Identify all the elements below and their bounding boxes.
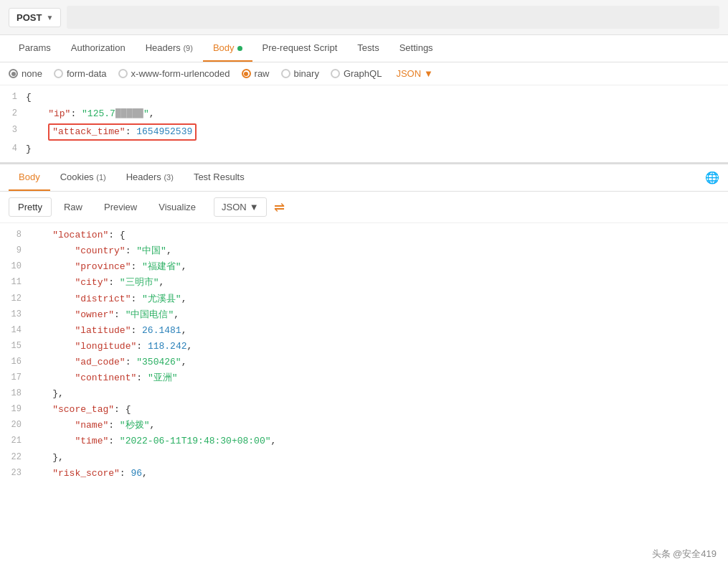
response-format-selector[interactable]: JSON ▼ xyxy=(214,197,267,217)
option-form-data[interactable]: form-data xyxy=(54,68,107,79)
req-line-4: 4 } xyxy=(0,141,728,158)
resp-line-17: 17 "continent": "亚洲" xyxy=(0,370,728,386)
response-section: Body Cookies (1) Headers (3) Test Result… xyxy=(0,164,728,486)
view-pretty[interactable]: Pretty xyxy=(9,197,52,217)
resp-line-16: 16 "ad_code": "350426", xyxy=(0,355,728,370)
tab-settings[interactable]: Settings xyxy=(389,35,443,62)
radio-graphql xyxy=(331,69,340,78)
top-bar: POST ▼ xyxy=(0,0,728,35)
resp-tab-cookies[interactable]: Cookies (1) xyxy=(50,164,116,191)
tab-authorization[interactable]: Authorization xyxy=(61,35,136,62)
option-urlencoded[interactable]: x-www-form-urlencoded xyxy=(118,68,230,79)
resp-line-9: 9 "country": "中国", xyxy=(0,243,728,259)
request-tabs: Params Authorization Headers (9) Body Pr… xyxy=(0,35,728,62)
resp-tab-headers[interactable]: Headers (3) xyxy=(116,164,184,191)
method-selector[interactable]: POST ▼ xyxy=(9,8,61,27)
resp-tab-test-results[interactable]: Test Results xyxy=(184,164,255,191)
radio-raw xyxy=(242,69,251,78)
radio-urlencoded xyxy=(118,69,128,78)
tab-pre-request[interactable]: Pre-request Script xyxy=(252,35,348,62)
view-preview[interactable]: Preview xyxy=(95,197,146,217)
radio-form-data xyxy=(54,69,63,78)
resp-line-8: 8 "location": { xyxy=(0,228,728,243)
resp-line-22: 22 }, xyxy=(0,450,728,466)
tab-params[interactable]: Params xyxy=(9,35,61,62)
resp-line-11: 11 "city": "三明市", xyxy=(0,275,728,291)
tab-headers[interactable]: Headers (9) xyxy=(136,35,203,62)
view-visualize[interactable]: Visualize xyxy=(149,197,205,217)
req-line-1: 1 { xyxy=(0,90,728,106)
url-input[interactable] xyxy=(67,6,719,29)
resp-line-10: 10 "province": "福建省", xyxy=(0,259,728,275)
format-dropdown-arrow: ▼ xyxy=(250,202,259,212)
option-raw[interactable]: raw xyxy=(242,68,270,79)
tab-tests[interactable]: Tests xyxy=(347,35,389,62)
option-graphql[interactable]: GraphQL xyxy=(331,68,382,79)
option-none[interactable]: none xyxy=(9,68,42,79)
response-tabs: Body Cookies (1) Headers (3) Test Result… xyxy=(0,164,728,192)
body-type-options: none form-data x-www-form-urlencoded raw… xyxy=(0,62,728,85)
tab-body[interactable]: Body xyxy=(203,35,252,62)
resp-line-21: 21 "time": "2022-06-11T19:48:30+08:00", xyxy=(0,433,728,449)
resp-tab-body[interactable]: Body xyxy=(9,164,50,191)
json-type-selector[interactable]: JSON ▼ xyxy=(396,68,433,79)
resp-line-20: 20 "name": "秒拨", xyxy=(0,418,728,433)
wrap-lines-icon[interactable]: ⇌ xyxy=(274,200,285,215)
method-dropdown-arrow: ▼ xyxy=(46,14,53,22)
json-dropdown-arrow: ▼ xyxy=(424,68,433,79)
resp-line-13: 13 "owner": "中国电信", xyxy=(0,307,728,323)
resp-line-19: 19 "score_tag": { xyxy=(0,402,728,418)
request-body-editor[interactable]: 1 { 2 "ip": "125.7█████", 3 "attack_time… xyxy=(0,85,728,164)
req-line-2: 2 "ip": "125.7█████", xyxy=(0,106,728,123)
resp-line-12: 12 "district": "尤溪县", xyxy=(0,291,728,307)
radio-none xyxy=(9,69,18,78)
radio-binary xyxy=(281,69,290,78)
resp-line-14: 14 "latitude": 26.1481, xyxy=(0,323,728,339)
view-raw[interactable]: Raw xyxy=(55,197,92,217)
req-line-3: 3 "attack_time": 1654952539 xyxy=(0,123,728,142)
resp-line-18: 18 }, xyxy=(0,386,728,402)
body-active-dot xyxy=(237,46,242,51)
view-options-bar: Pretty Raw Preview Visualize JSON ▼ ⇌ xyxy=(0,192,728,223)
method-label: POST xyxy=(16,12,42,23)
resp-line-23: 23 "risk_score": 96, xyxy=(0,466,728,482)
option-binary[interactable]: binary xyxy=(281,68,319,79)
response-body-content: 8 "location": { 9 "country": "中国", 10 "p… xyxy=(0,223,728,486)
resp-line-15: 15 "longitude": 118.242, xyxy=(0,339,728,355)
globe-icon[interactable]: 🌐 xyxy=(705,171,719,184)
